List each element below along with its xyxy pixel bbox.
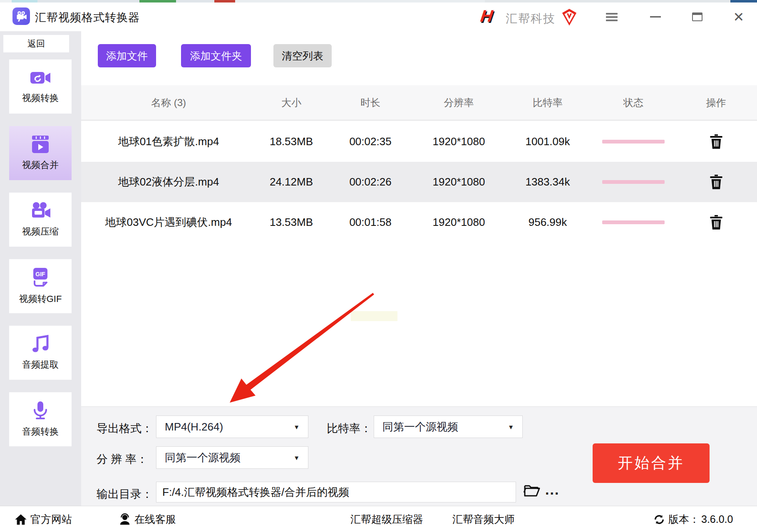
sidebar-item-label: 音频转换 xyxy=(22,426,59,438)
video-merge-icon xyxy=(30,135,50,156)
file-size: 18.53MB xyxy=(256,135,327,148)
sidebar-item-audio-convert[interactable]: 音频转换 xyxy=(9,392,72,446)
main-area: 添加文件 添加文件夹 清空列表 名称 (3) 大小 时长 分辨率 比特率 状态 … xyxy=(81,31,757,506)
file-name: 地球01色素扩散.mp4 xyxy=(81,134,256,149)
output-dir-label: 输出目录： xyxy=(97,487,153,502)
start-merge-button[interactable]: 开始合并 xyxy=(593,443,710,483)
online-service-link[interactable]: 在线客服 xyxy=(119,506,176,532)
sidebar-item-label: 视频转换 xyxy=(22,92,59,104)
brand-h-logo-icon: H xyxy=(479,7,494,25)
back-button[interactable]: 返回 xyxy=(3,35,69,52)
column-header-resolution: 分辨率 xyxy=(414,96,504,109)
file-bitrate: 956.99k xyxy=(504,216,592,229)
resolution-label: 分 辨 率： xyxy=(97,452,148,467)
chevron-down-icon: ▼ xyxy=(293,423,300,431)
video-compress-icon xyxy=(30,201,51,222)
audio-convert-icon xyxy=(31,401,50,422)
export-format-label: 导出格式： xyxy=(97,421,153,436)
audio-extract-icon xyxy=(30,334,50,355)
trash-icon xyxy=(710,175,723,190)
home-icon xyxy=(15,513,27,526)
minimize-button[interactable] xyxy=(641,2,670,31)
table-row[interactable]: 地球03VC片遇到碘伏.mp4 13.53MB 00:01:58 1920*10… xyxy=(81,202,757,242)
super-compressor-link[interactable]: 汇帮超级压缩器 xyxy=(350,506,423,532)
add-folder-button[interactable]: 添加文件夹 xyxy=(181,44,251,67)
output-dir-input[interactable]: F:/4.汇帮视频格式转换器/合并后的视频 xyxy=(156,482,516,502)
folder-icon xyxy=(524,483,540,497)
clear-list-button[interactable]: 清空列表 xyxy=(273,44,332,67)
sidebar-item-label: 视频合并 xyxy=(22,159,59,171)
sidebar-item-label: 视频压缩 xyxy=(22,225,59,238)
version-info: 版本：3.6.0.0 xyxy=(653,506,733,532)
customer-service-icon xyxy=(119,513,131,526)
maximize-button[interactable] xyxy=(683,2,712,31)
browse-folder-button[interactable] xyxy=(524,483,540,499)
export-format-value: MP4(H.264) xyxy=(165,421,223,433)
export-format-dropdown[interactable]: MP4(H.264) ▼ xyxy=(156,416,308,438)
version-value: 3.6.0.0 xyxy=(701,513,733,525)
file-table-header: 名称 (3) 大小 时长 分辨率 比特率 状态 操作 xyxy=(81,85,757,121)
sidebar-item-video-compress[interactable]: 视频压缩 xyxy=(9,193,72,247)
file-size: 13.53MB xyxy=(256,216,327,229)
column-header-duration: 时长 xyxy=(327,96,414,109)
file-bitrate: 1001.09k xyxy=(504,135,592,148)
menu-button[interactable] xyxy=(597,2,626,31)
file-bitrate: 1383.34k xyxy=(504,176,592,188)
progress-bar xyxy=(602,140,665,144)
title-bar: 汇帮视频格式转换器 H 汇帮科技 ✕ xyxy=(0,2,757,31)
delete-file-button[interactable] xyxy=(675,175,757,190)
file-duration: 00:02:26 xyxy=(327,176,414,188)
brand-name: 汇帮科技 xyxy=(506,11,556,27)
verified-badge-icon xyxy=(561,8,578,28)
sidebar-item-video-merge[interactable]: 视频合并 xyxy=(9,126,72,180)
file-duration: 00:02:35 xyxy=(327,135,414,148)
close-button[interactable]: ✕ xyxy=(724,2,753,31)
more-options-button[interactable]: ... xyxy=(545,482,559,498)
settings-panel: 导出格式： MP4(H.264) ▼ 比特率： 同第一个源视频 ▼ 分 辨 率：… xyxy=(81,406,757,506)
file-resolution: 1920*1080 xyxy=(414,135,504,148)
file-size: 24.12MB xyxy=(256,176,327,188)
window-title: 汇帮视频格式转换器 xyxy=(35,10,140,25)
footer-bar: 官方网站 在线客服 汇帮超级压缩器 汇帮音频大师 版本：3.6.0.0 xyxy=(0,506,757,532)
sidebar-item-video-to-gif[interactable]: GIF 视频转GIF xyxy=(9,259,72,313)
chevron-down-icon: ▼ xyxy=(508,423,514,431)
refresh-icon xyxy=(653,514,665,525)
add-file-button[interactable]: 添加文件 xyxy=(98,44,156,67)
column-header-status: 状态 xyxy=(592,96,675,109)
file-duration: 00:01:58 xyxy=(327,216,414,229)
trash-icon xyxy=(710,134,723,149)
bitrate-label: 比特率： xyxy=(327,421,372,436)
delete-file-button[interactable] xyxy=(675,215,757,230)
file-resolution: 1920*1080 xyxy=(414,216,504,229)
watermark xyxy=(351,311,397,321)
progress-bar xyxy=(602,220,665,224)
bitrate-dropdown[interactable]: 同第一个源视频 ▼ xyxy=(374,416,523,438)
file-name: 地球03VC片遇到碘伏.mp4 xyxy=(81,215,256,230)
column-header-size: 大小 xyxy=(256,96,327,109)
chevron-down-icon: ▼ xyxy=(293,454,300,461)
audio-master-link[interactable]: 汇帮音频大师 xyxy=(452,506,515,532)
delete-file-button[interactable] xyxy=(675,134,757,149)
resolution-value: 同第一个源视频 xyxy=(165,450,241,465)
file-name: 地球02液体分层.mp4 xyxy=(81,175,256,189)
table-row[interactable]: 地球02液体分层.mp4 24.12MB 00:02:26 1920*1080 … xyxy=(81,162,757,202)
app-logo-icon xyxy=(12,7,30,25)
progress-bar xyxy=(602,180,665,184)
video-to-gif-icon: GIF xyxy=(30,267,50,290)
file-resolution: 1920*1080 xyxy=(414,176,504,188)
trash-icon xyxy=(710,215,723,230)
sidebar: 返回 视频转换 视频合并 xyxy=(0,31,81,506)
table-row[interactable]: 地球01色素扩散.mp4 18.53MB 00:02:35 1920*1080 … xyxy=(81,121,757,162)
bitrate-value: 同第一个源视频 xyxy=(382,420,458,434)
official-site-label: 官方网站 xyxy=(30,512,72,526)
sidebar-item-audio-extract[interactable]: 音频提取 xyxy=(9,326,72,380)
sidebar-item-label: 视频转GIF xyxy=(19,293,62,305)
video-convert-icon xyxy=(30,69,51,89)
svg-text:GIF: GIF xyxy=(35,271,45,277)
official-site-link[interactable]: 官方网站 xyxy=(15,506,72,532)
column-header-bitrate: 比特率 xyxy=(504,96,592,109)
sidebar-item-video-convert[interactable]: 视频转换 xyxy=(9,59,72,114)
sidebar-item-label: 音频提取 xyxy=(22,359,59,371)
resolution-dropdown[interactable]: 同第一个源视频 ▼ xyxy=(156,446,308,469)
column-header-action: 操作 xyxy=(675,96,757,109)
